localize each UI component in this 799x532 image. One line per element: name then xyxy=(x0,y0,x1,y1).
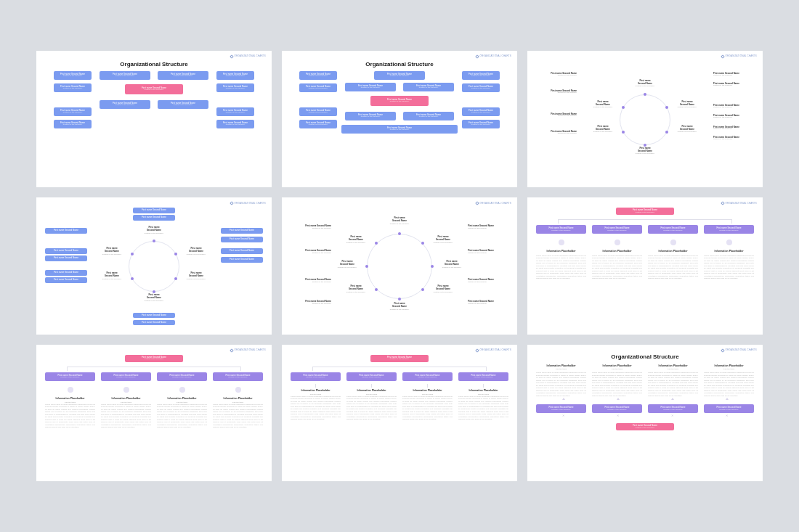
ring-dot xyxy=(644,93,646,96)
slide-title: Organizational Structure xyxy=(44,61,264,68)
ring-dot xyxy=(665,131,668,134)
arrow-up-icon xyxy=(671,398,674,400)
person-leaf: First name Second Nameposition in the co… xyxy=(710,71,753,78)
person-card: First name Second Nameposition in the co… xyxy=(299,120,337,128)
manager-row: First name Second Nameposition in the co… xyxy=(536,225,754,234)
slide-grid: ORGANIZATIONAL CHARTS Organizational Str… xyxy=(36,51,763,481)
cross-icon: ✕ xyxy=(617,414,619,418)
person-card: First name Second Nameposition in the co… xyxy=(704,225,754,234)
person-card: First name Second Nameposition in the co… xyxy=(100,71,150,80)
person-node: First nameSecond Nameposition in the com… xyxy=(588,126,617,133)
person-card: First name Second Nameposition in the co… xyxy=(704,404,754,413)
person-card: First name Second Nameposition in the co… xyxy=(158,100,208,109)
person-card: First name Second Nameposition in the co… xyxy=(216,120,254,128)
slide-7[interactable]: ORGANIZATIONAL CHARTS First name Second … xyxy=(36,345,272,481)
person-card: First name Second Nameposition in the co… xyxy=(462,71,500,80)
person-leaf: First name Second Nameposition in the co… xyxy=(538,71,580,78)
person-card: First name Second Nameposition in the co… xyxy=(536,404,586,413)
watermark: ORGANIZATIONAL CHARTS xyxy=(230,349,266,352)
person-card: First name Second Nameposition in the co… xyxy=(648,404,698,413)
person-card: First name Second Nameposition in the co… xyxy=(158,71,208,80)
avatar-icon xyxy=(559,240,564,245)
avatar-row xyxy=(536,238,754,247)
cross-icon: ✕ xyxy=(562,414,564,418)
slide-1[interactable]: ORGANIZATIONAL CHARTS Organizational Str… xyxy=(36,51,272,187)
connector-line xyxy=(558,219,732,224)
person-card: First name Second Nameposition in the co… xyxy=(101,372,151,381)
person-card: First name Second Nameposition in the co… xyxy=(216,107,254,116)
arrow-up-icon xyxy=(726,398,729,400)
person-card: First name Second Nameposition in the co… xyxy=(216,83,254,92)
cross-row: ✕ ✕ ✕ ✕ xyxy=(536,414,754,418)
avatar-icon xyxy=(68,387,73,393)
watermark: ORGANIZATIONAL CHARTS xyxy=(476,349,511,352)
person-card: First name Second Nameposition in the co… xyxy=(54,120,92,128)
connector-line xyxy=(312,367,487,371)
person-card: First name Second Nameposition in the co… xyxy=(458,372,508,381)
left-column: First name Second Nameposition in the co… xyxy=(54,71,92,128)
slide-6[interactable]: ORGANIZATIONAL CHARTS First name Second … xyxy=(527,197,763,334)
info-column: Information Placeholdertype text hereLor… xyxy=(45,396,95,460)
watermark: ORGANIZATIONAL CHARTS xyxy=(721,202,757,205)
slide-9[interactable]: ORGANIZATIONAL CHARTS Organizational Str… xyxy=(527,345,763,481)
person-card: First name Second Nameposition in the co… xyxy=(462,83,500,92)
info-column: Information Placeholdertype text hereLor… xyxy=(101,396,151,460)
root-person-card: First name Second Nameposition in the co… xyxy=(125,84,183,94)
person-card: First name Second Nameposition in the co… xyxy=(346,372,397,381)
info-column: Information Placeholdertype text hereLor… xyxy=(402,388,453,452)
info-column: Information Placeholdertype text hereLor… xyxy=(648,364,698,396)
person-card: First name Second Nameposition in the co… xyxy=(291,372,341,381)
slide-5[interactable]: ORGANIZATIONAL CHARTS First nameSecond N… xyxy=(282,197,517,334)
person-card: First name Second Nameposition in the co… xyxy=(536,225,586,234)
person-card: First name Second Nameposition in the co… xyxy=(592,404,642,413)
person-card: First name Second Nameposition in the co… xyxy=(299,83,337,92)
person-card: First name Second Nameposition in the co… xyxy=(462,107,500,116)
watermark: ORGANIZATIONAL CHARTS xyxy=(476,55,511,58)
person-card: First name Second Name xyxy=(45,248,87,253)
person-leaf: First name Second Nameposition in the co… xyxy=(538,89,580,96)
center-column: First name Second Nameposition in the co… xyxy=(96,71,212,128)
person-card: First name Second Name xyxy=(221,228,263,233)
info-column: Information PlaceholderLorem ipsum dolor… xyxy=(648,248,698,289)
person-leaf: First name Second Nameposition in the co… xyxy=(710,125,753,132)
slide-title: Organizational Structure xyxy=(289,61,510,68)
person-card: First name Second Nameposition in the co… xyxy=(345,112,396,120)
avatar-icon xyxy=(615,240,620,245)
info-column: Information Placeholdertype text hereLor… xyxy=(536,364,586,396)
info-column: Information PlaceholderLorem ipsum dolor… xyxy=(536,248,586,289)
root-person-card: First name Second Nameposition in the co… xyxy=(370,96,429,106)
person-leaf: First name Second Nameposition in the co… xyxy=(710,135,753,142)
person-leaf: First name Second Nameposition in the co… xyxy=(538,112,580,119)
info-column: Information Placeholdertype text hereLor… xyxy=(346,388,397,452)
slide-4[interactable]: ORGANIZATIONAL CHARTS First nameSecond N… xyxy=(36,197,272,334)
person-leaf: First name Second Nameposition in the co… xyxy=(710,103,753,110)
person-card: First name Second Nameposition in the co… xyxy=(403,83,454,91)
watermark: ORGANIZATIONAL CHARTS xyxy=(230,55,266,58)
person-card: First name Second Nameposition in the co… xyxy=(592,225,642,234)
slide-3[interactable]: ORGANIZATIONAL CHARTS First nameSecond N… xyxy=(527,51,763,187)
cross-icon: ✕ xyxy=(726,414,728,418)
info-column: Information Placeholdertype text hereLor… xyxy=(213,396,263,460)
person-leaf: First name Second Nameposition in the co… xyxy=(538,129,580,136)
root-person-card: First name Second Nameposition in the co… xyxy=(616,423,674,430)
person-card: First name Second Nameposition in the co… xyxy=(213,372,263,381)
person-card: First name Second Nameposition in the co… xyxy=(299,107,337,116)
root-person-card: First name Second Nameposition in the co… xyxy=(616,208,674,215)
ring-dot xyxy=(665,106,668,109)
person-card: First name Second Nameposition in the co… xyxy=(157,372,207,381)
person-card: First name Second Nameposition in the co… xyxy=(54,107,92,116)
person-node: First nameSecond Nameposition in the com… xyxy=(630,80,660,87)
slide-2[interactable]: ORGANIZATIONAL CHARTS Organizational Str… xyxy=(282,51,517,187)
person-card: First name Second Nameposition in the co… xyxy=(299,71,337,80)
ring-dot xyxy=(622,131,625,134)
person-card: First name Second Nameposition in the co… xyxy=(345,83,396,91)
avatar-icon xyxy=(235,387,241,393)
person-node: First nameSecond Nameposition in the com… xyxy=(588,101,617,108)
person-leaf: First name Second Nameposition in the co… xyxy=(710,81,753,89)
info-column: Information Placeholdertype text hereLor… xyxy=(291,388,341,452)
arrow-up-icon xyxy=(562,398,565,400)
slide-8[interactable]: ORGANIZATIONAL CHARTS First name Second … xyxy=(282,345,517,481)
ring-icon xyxy=(129,241,179,292)
info-column: Information Placeholdertype text hereLor… xyxy=(157,396,207,460)
info-column: Information Placeholdertype text hereLor… xyxy=(592,364,642,396)
